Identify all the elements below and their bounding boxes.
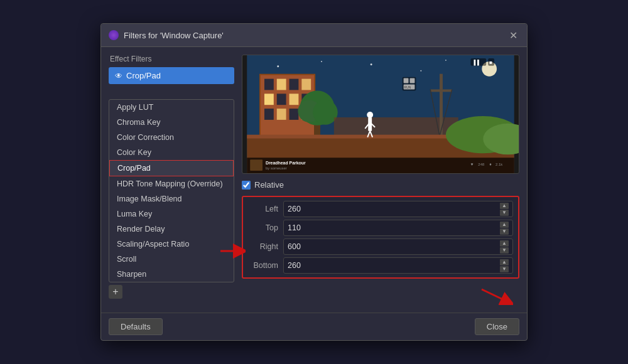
top-input[interactable] bbox=[288, 223, 500, 232]
svg-rect-45 bbox=[404, 78, 409, 83]
dialog-titlebar: Filters for 'Window Capture' ✕ bbox=[101, 24, 527, 47]
menu-item-color-correction[interactable]: Color Correction bbox=[109, 130, 234, 145]
svg-point-2 bbox=[277, 65, 279, 67]
right-input[interactable] bbox=[288, 242, 500, 251]
menu-item-render-delay[interactable]: Render Delay bbox=[109, 222, 234, 237]
svg-point-3 bbox=[321, 61, 322, 62]
svg-point-5 bbox=[445, 60, 447, 61]
filters-dialog: Filters for 'Window Capture' ✕ Effect Fi… bbox=[100, 23, 528, 341]
right-spinner: ▲ ▼ bbox=[500, 240, 509, 254]
crop-settings-box: Left ▲ ▼ Top ▲ ▼ bbox=[242, 196, 519, 279]
svg-rect-17 bbox=[264, 109, 274, 120]
menu-item-image-mask[interactable]: Image Mask/Blend bbox=[109, 191, 234, 206]
top-spin-up[interactable]: ▲ bbox=[500, 222, 509, 228]
menu-item-crop-pad[interactable]: Crop/Pad bbox=[109, 160, 234, 176]
dialog-bottom-bar: Defaults Close bbox=[101, 313, 527, 340]
right-label: Right bbox=[248, 242, 278, 251]
effect-filters-label: Effect Filters bbox=[109, 55, 234, 63]
defaults-button[interactable]: Defaults bbox=[109, 318, 163, 335]
bottom-spinner: ▲ ▼ bbox=[500, 259, 509, 272]
svg-point-35 bbox=[367, 112, 373, 118]
top-spin-down[interactable]: ▼ bbox=[500, 228, 509, 235]
svg-text:▌▌: ▌▌ bbox=[474, 59, 480, 66]
right-spin-down[interactable]: ▼ bbox=[500, 247, 509, 254]
top-input-wrapper: ▲ ▼ bbox=[283, 220, 513, 236]
bottom-spin-up[interactable]: ▲ bbox=[500, 259, 509, 265]
menu-item-hdr[interactable]: HDR Tone Mapping (Override) bbox=[109, 176, 234, 191]
svg-text:Dreadhead Parkour: Dreadhead Parkour bbox=[266, 161, 306, 165]
svg-point-6 bbox=[420, 70, 421, 72]
svg-line-58 bbox=[482, 289, 508, 302]
dialog-body: Effect Filters 👁 Crop/Pad Apply LUT Chro… bbox=[101, 47, 527, 313]
menu-item-scroll[interactable]: Scroll bbox=[109, 252, 234, 267]
obs-logo-icon bbox=[109, 30, 119, 40]
dialog-title: Filters for 'Window Capture' bbox=[124, 31, 224, 40]
close-x-icon: ✕ bbox=[509, 29, 517, 41]
svg-text:248: 248 bbox=[478, 163, 485, 166]
left-input[interactable] bbox=[288, 205, 500, 213]
svg-rect-50 bbox=[250, 159, 263, 171]
svg-rect-11 bbox=[290, 79, 299, 90]
svg-rect-12 bbox=[301, 79, 311, 90]
bottom-label: Bottom bbox=[248, 261, 278, 270]
relative-label: Relative bbox=[254, 180, 284, 190]
arrow-to-close-svg bbox=[475, 286, 513, 305]
menu-item-sharpen[interactable]: Sharpen bbox=[109, 267, 234, 282]
left-bottom-area: + bbox=[109, 285, 234, 299]
svg-rect-14 bbox=[277, 94, 286, 105]
top-label: Top bbox=[248, 223, 278, 232]
active-filter-item[interactable]: 👁 Crop/Pad bbox=[109, 67, 234, 84]
close-button[interactable]: Close bbox=[475, 318, 519, 335]
right-spin-up[interactable]: ▲ bbox=[500, 240, 509, 247]
top-spinner: ▲ ▼ bbox=[500, 222, 509, 235]
arrow-to-close-area bbox=[242, 286, 519, 305]
relative-row: Relative bbox=[242, 179, 519, 191]
right-panel: ▌▌ ■ RUN Dreadhead Parkour by someuser bbox=[234, 55, 519, 305]
svg-rect-13 bbox=[264, 94, 274, 105]
relative-checkbox[interactable] bbox=[242, 181, 251, 190]
bottom-input-wrapper: ▲ ▼ bbox=[283, 257, 513, 274]
menu-item-luma-key[interactable]: Luma Key bbox=[109, 206, 234, 222]
crop-row-top: Top ▲ ▼ bbox=[248, 220, 513, 236]
svg-text:♥: ♥ bbox=[470, 162, 473, 166]
svg-text:by someuser: by someuser bbox=[266, 166, 287, 170]
left-spin-up[interactable]: ▲ bbox=[500, 203, 509, 209]
left-spin-down[interactable]: ▼ bbox=[500, 210, 509, 216]
eye-icon: 👁 bbox=[115, 72, 122, 80]
menu-item-chroma-key[interactable]: Chroma Key bbox=[109, 115, 234, 130]
left-spinner: ▲ ▼ bbox=[500, 203, 509, 216]
add-filter-button[interactable]: + bbox=[109, 285, 122, 299]
svg-rect-10 bbox=[277, 79, 286, 90]
menu-item-apply-lut[interactable]: Apply LUT bbox=[109, 100, 234, 115]
svg-text:2.1k: 2.1k bbox=[495, 163, 502, 166]
titlebar-left: Filters for 'Window Capture' bbox=[109, 30, 224, 40]
svg-rect-9 bbox=[264, 79, 274, 90]
svg-rect-49 bbox=[247, 158, 514, 173]
svg-rect-27 bbox=[430, 89, 452, 92]
left-label: Left bbox=[248, 205, 278, 213]
game-preview: ▌▌ ■ RUN Dreadhead Parkour by someuser bbox=[242, 55, 519, 174]
left-input-wrapper: ▲ ▼ bbox=[283, 201, 513, 217]
svg-point-4 bbox=[371, 63, 372, 65]
crop-row-right: Right ▲ ▼ bbox=[248, 238, 513, 255]
right-input-wrapper: ▲ ▼ bbox=[283, 238, 513, 255]
svg-text:■: ■ bbox=[489, 60, 492, 65]
crop-row-left: Left ▲ ▼ bbox=[248, 201, 513, 217]
menu-item-color-key[interactable]: Color Key bbox=[109, 145, 234, 160]
menu-item-scaling[interactable]: Scaling/Aspect Ratio bbox=[109, 237, 234, 252]
add-filter-menu: Apply LUT Chroma Key Color Correction Co… bbox=[109, 99, 234, 282]
game-scene-svg: ▌▌ ■ RUN Dreadhead Parkour by someuser bbox=[242, 55, 519, 173]
svg-text:RUN: RUN bbox=[404, 86, 411, 89]
left-panel: Effect Filters 👁 Crop/Pad Apply LUT Chro… bbox=[109, 55, 234, 305]
crop-row-bottom: Bottom ▲ ▼ bbox=[248, 257, 513, 274]
svg-rect-18 bbox=[277, 109, 286, 120]
active-filter-label: Crop/Pad bbox=[126, 71, 161, 80]
titlebar-close-button[interactable]: ✕ bbox=[507, 29, 519, 41]
bottom-input[interactable] bbox=[288, 261, 500, 270]
bottom-spin-down[interactable]: ▼ bbox=[500, 266, 509, 272]
svg-text:♦: ♦ bbox=[489, 162, 492, 166]
svg-rect-19 bbox=[290, 109, 299, 120]
svg-rect-15 bbox=[290, 94, 299, 105]
svg-rect-46 bbox=[410, 78, 415, 83]
